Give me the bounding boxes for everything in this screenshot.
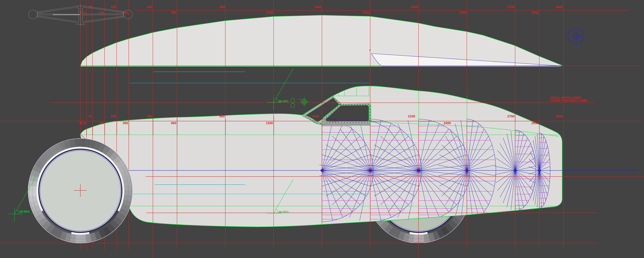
svg-text:600: 600	[171, 121, 176, 125]
svg-text:150: 150	[98, 121, 104, 125]
svg-text:450: 450	[147, 114, 152, 118]
svg-text:3000: 3000	[556, 114, 563, 118]
svg-text:1500: 1500	[312, 114, 319, 118]
svg-text:450: 450	[147, 5, 152, 9]
svg-text:2100: 2100	[411, 5, 418, 9]
svg-text:900: 900	[219, 114, 224, 118]
svg-text:3000: 3000	[556, 5, 563, 9]
svg-text:2850: 2850	[532, 11, 539, 14]
svg-text:2400: 2400	[459, 11, 466, 14]
svg-text:2100: 2100	[408, 114, 415, 118]
svg-text:1500: 1500	[314, 5, 321, 9]
svg-text:75: 75	[88, 114, 92, 118]
svg-text:2850: 2850	[532, 121, 539, 125]
svg-text:225: 225	[110, 114, 116, 118]
svg-text:600: 600	[171, 11, 176, 14]
svg-text:1200: 1200	[266, 11, 273, 14]
svg-text:1200: 1200	[266, 121, 273, 125]
svg-text:60 DEG: 60 DEG	[279, 210, 288, 213]
svg-text:1800: 1800	[362, 11, 370, 14]
svg-text:300: 300	[123, 121, 128, 125]
svg-text:2400: 2400	[444, 121, 451, 125]
svg-text:2700: 2700	[507, 114, 514, 118]
svg-text:CRANK THICKNESS 15MM: CRANK THICKNESS 15MM	[550, 99, 587, 102]
svg-text:60 DEG: 60 DEG	[20, 210, 30, 213]
svg-text:60 DEG: 60 DEG	[279, 100, 288, 103]
svg-text:PEDAL WIDTH 120MM: PEDAL WIDTH 120MM	[550, 96, 581, 99]
svg-text:225: 225	[110, 5, 116, 9]
svg-text:900: 900	[219, 5, 224, 9]
svg-text:2700: 2700	[507, 5, 514, 9]
svg-text:37.5: 37.5	[80, 121, 86, 125]
